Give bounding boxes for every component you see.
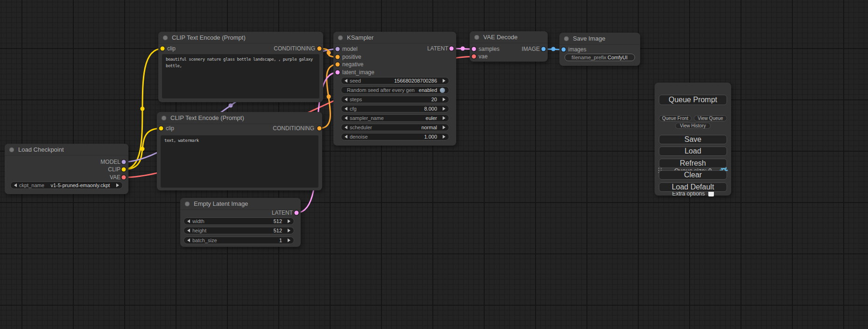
refresh-button[interactable]: Refresh bbox=[659, 159, 727, 168]
node-title-bar[interactable]: VAE Decode bbox=[470, 31, 548, 43]
widget-label: width bbox=[192, 218, 205, 224]
cfg-widget[interactable]: cfg 8.000 bbox=[341, 105, 449, 112]
load-button[interactable]: Load bbox=[659, 147, 727, 156]
prompt-text-field[interactable]: beautiful scenery nature glass bottle la… bbox=[162, 54, 319, 98]
node-save-image[interactable]: Save Image images filename_prefix ComfyU… bbox=[559, 33, 640, 66]
widget-value: 20 bbox=[431, 97, 437, 102]
output-label-conditioning: CONDITIONING bbox=[273, 124, 322, 133]
port-samples-input[interactable] bbox=[472, 47, 476, 51]
denoise-widget[interactable]: denoise 1.000 bbox=[341, 133, 449, 140]
prompt-text-field[interactable]: text, watermark bbox=[161, 135, 318, 188]
port-negative-input[interactable] bbox=[336, 63, 340, 67]
node-title-bar[interactable]: CLIP Text Encode (Prompt) bbox=[157, 112, 322, 124]
widget-value: 1.000 bbox=[424, 134, 437, 140]
save-button[interactable]: Save bbox=[659, 135, 727, 144]
node-clip-text-encode-negative[interactable]: CLIP Text Encode (Prompt) clip CONDITION… bbox=[157, 112, 322, 190]
widget-value: 1 bbox=[279, 238, 282, 243]
increment-arrow-icon[interactable] bbox=[288, 219, 290, 223]
port-vae-input[interactable] bbox=[472, 55, 476, 59]
increment-arrow-icon[interactable] bbox=[443, 98, 445, 101]
prev-value-arrow-icon[interactable] bbox=[14, 183, 17, 187]
node-title: CLIP Text Encode (Prompt) bbox=[170, 114, 244, 121]
next-value-arrow-icon[interactable] bbox=[116, 183, 119, 187]
port-latent-image-input[interactable] bbox=[336, 70, 340, 75]
widget-label: cfg bbox=[350, 106, 357, 112]
collapse-dot-icon[interactable] bbox=[564, 36, 569, 41]
increment-arrow-icon[interactable] bbox=[288, 229, 290, 232]
widget-label: seed bbox=[350, 78, 361, 84]
increment-arrow-icon[interactable] bbox=[443, 126, 445, 129]
node-title-bar[interactable]: Save Image bbox=[559, 33, 640, 45]
sampler-name-widget[interactable]: sampler_name euler bbox=[341, 114, 449, 122]
node-title: Save Image bbox=[573, 35, 605, 42]
node-title-bar[interactable]: CLIP Text Encode (Prompt) bbox=[158, 32, 323, 44]
node-title-bar[interactable]: KSampler bbox=[333, 32, 456, 44]
widget-value: v1-5-pruned-emaonly.ckpt bbox=[50, 182, 110, 188]
port-conditioning-output[interactable] bbox=[318, 47, 322, 51]
port-positive-input[interactable] bbox=[336, 55, 340, 59]
decrement-arrow-icon[interactable] bbox=[345, 79, 347, 83]
decrement-arrow-icon[interactable] bbox=[187, 229, 190, 232]
toggle-knob-icon[interactable] bbox=[440, 88, 445, 93]
collapse-dot-icon[interactable] bbox=[163, 35, 168, 40]
increment-arrow-icon[interactable] bbox=[443, 107, 445, 111]
widget-value: euler bbox=[426, 115, 437, 121]
collapse-dot-icon[interactable] bbox=[162, 116, 166, 120]
increment-arrow-icon[interactable] bbox=[443, 79, 445, 83]
collapse-dot-icon[interactable] bbox=[9, 147, 14, 152]
node-ksampler[interactable]: KSampler model positive negative latent_… bbox=[333, 32, 456, 146]
port-vae-output[interactable] bbox=[122, 175, 126, 180]
port-clip-output[interactable] bbox=[122, 168, 126, 172]
collapse-dot-icon[interactable] bbox=[474, 35, 479, 40]
widget-label: denoise bbox=[350, 134, 368, 140]
port-image-output[interactable] bbox=[542, 47, 546, 51]
node-title: KSampler bbox=[347, 34, 374, 41]
clear-button[interactable]: Clear bbox=[659, 170, 727, 180]
port-model-input[interactable] bbox=[336, 47, 340, 51]
queue-front-button[interactable]: Queue Front bbox=[659, 115, 692, 121]
node-vae-decode[interactable]: VAE Decode samples vae IMAGE bbox=[470, 31, 548, 62]
queue-prompt-button[interactable]: Queue Prompt bbox=[659, 95, 727, 105]
view-history-button[interactable]: View History bbox=[675, 123, 711, 129]
increment-arrow-icon[interactable] bbox=[443, 116, 445, 120]
node-clip-text-encode-positive[interactable]: CLIP Text Encode (Prompt) clip CONDITION… bbox=[158, 32, 323, 102]
decrement-arrow-icon[interactable] bbox=[345, 107, 347, 111]
widget-value: 8.000 bbox=[424, 106, 437, 112]
decrement-arrow-icon[interactable] bbox=[187, 238, 190, 242]
node-load-checkpoint[interactable]: Load Checkpoint MODEL CLIP VAE ckpt_name… bbox=[5, 144, 128, 194]
decrement-arrow-icon[interactable] bbox=[345, 126, 347, 129]
height-widget[interactable]: height 512 bbox=[183, 227, 294, 234]
node-title-bar[interactable]: Load Checkpoint bbox=[5, 144, 128, 156]
decrement-arrow-icon[interactable] bbox=[187, 219, 190, 223]
view-queue-button[interactable]: View Queue bbox=[694, 115, 727, 121]
widget-label: sampler_name bbox=[350, 115, 384, 121]
collapse-dot-icon[interactable] bbox=[185, 202, 190, 206]
port-latent-output[interactable] bbox=[450, 47, 454, 51]
decrement-arrow-icon[interactable] bbox=[345, 98, 347, 101]
node-empty-latent-image[interactable]: Empty Latent Image LATENT width 512 heig… bbox=[180, 198, 301, 247]
collapse-dot-icon[interactable] bbox=[338, 35, 343, 40]
load-default-button[interactable]: Load Default bbox=[659, 182, 727, 192]
queue-menu-panel[interactable]: Queue size: 0 Queue Prompt Extra bbox=[655, 83, 731, 196]
output-label-conditioning: CONDITIONING bbox=[274, 44, 323, 53]
port-clip-input[interactable] bbox=[161, 47, 165, 51]
steps-widget[interactable]: steps 20 bbox=[341, 96, 449, 103]
port-conditioning-output[interactable] bbox=[318, 126, 322, 131]
port-images-input[interactable] bbox=[562, 48, 566, 52]
decrement-arrow-icon[interactable] bbox=[345, 135, 347, 139]
port-clip-input[interactable] bbox=[159, 126, 163, 131]
decrement-arrow-icon[interactable] bbox=[345, 116, 347, 120]
widget-label: Random seed after every gen bbox=[347, 87, 415, 93]
filename-prefix-widget[interactable]: filename_prefix ComfyUI bbox=[565, 54, 635, 61]
seed-widget[interactable]: seed 156680208700286 bbox=[341, 77, 449, 84]
width-widget[interactable]: width 512 bbox=[183, 217, 294, 225]
random-seed-widget[interactable]: Random seed after every gen enabled bbox=[341, 86, 449, 94]
increment-arrow-icon[interactable] bbox=[443, 135, 445, 139]
port-latent-output[interactable] bbox=[295, 211, 299, 215]
ckpt-name-widget[interactable]: ckpt_name v1-5-pruned-emaonly.ckpt bbox=[10, 182, 123, 189]
node-graph-canvas[interactable]: Load Checkpoint MODEL CLIP VAE ckpt_name… bbox=[0, 0, 868, 329]
port-model-output[interactable] bbox=[122, 160, 126, 164]
increment-arrow-icon[interactable] bbox=[288, 238, 290, 242]
batch-size-widget[interactable]: batch_size 1 bbox=[183, 237, 294, 244]
scheduler-widget[interactable]: scheduler normal bbox=[341, 124, 449, 131]
